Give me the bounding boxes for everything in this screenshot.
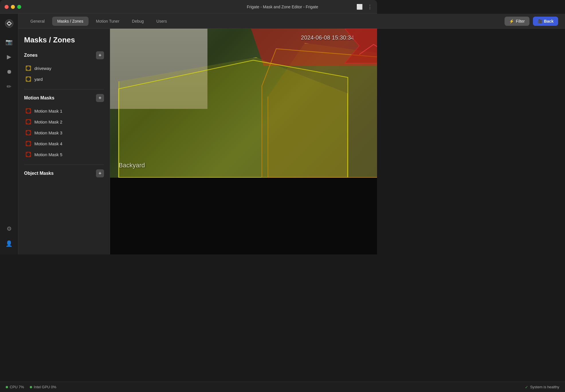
tab-general[interactable]: General	[25, 17, 50, 26]
app-logo	[4, 18, 14, 29]
add-object-mask-button[interactable]: +	[96, 169, 104, 177]
zone-driveway-label: driveway	[34, 66, 51, 71]
divider-2	[24, 164, 104, 165]
zones-section-title: Zones	[24, 53, 38, 58]
motion-mask-item-5[interactable]: Motion Mask 5	[24, 149, 104, 160]
motion-mask-item-2[interactable]: Motion Mask 2	[24, 116, 104, 127]
traffic-lights	[5, 5, 21, 9]
divider-1	[24, 89, 104, 89]
object-masks-section-header: Object Masks +	[24, 169, 104, 177]
svg-point-25	[30, 134, 30, 135]
settings-icon: ⚙	[7, 225, 12, 232]
svg-point-15	[30, 112, 30, 113]
motion-mask-icon-3	[25, 130, 32, 136]
svg-point-0	[5, 19, 13, 28]
user-icon: 👤	[5, 240, 13, 247]
svg-point-34	[27, 156, 28, 156]
zone-item-driveway[interactable]: driveway	[24, 63, 104, 74]
camera-icon: 📷	[5, 38, 13, 45]
svg-point-30	[30, 145, 30, 146]
motion-mask-2-label: Motion Mask 2	[34, 119, 62, 124]
motion-mask-item-4[interactable]: Motion Mask 4	[24, 138, 104, 149]
edit-icon: ✏	[7, 83, 11, 90]
maximize-button[interactable]	[17, 5, 21, 9]
svg-point-17	[27, 120, 28, 121]
svg-point-13	[30, 109, 30, 110]
minimize-button[interactable]	[11, 5, 15, 9]
svg-point-8	[30, 77, 30, 78]
motion-mask-4-label: Motion Mask 4	[34, 141, 62, 146]
add-motion-mask-button[interactable]: +	[96, 94, 104, 102]
svg-point-2	[27, 66, 28, 67]
nav-bottom: ⚙ 👤	[3, 222, 15, 250]
video-area: 2024-06-08 15:30:34 Backyard	[110, 29, 377, 254]
motion-mask-icon-4	[25, 140, 32, 147]
svg-point-14	[27, 112, 28, 113]
app-layout: 📷 ▶ ⏺ ✏ ⚙ 👤 Masks / Zones Zones +	[0, 14, 377, 254]
motion-mask-icon-1	[25, 108, 32, 114]
object-masks-section-title: Object Masks	[24, 171, 54, 176]
motion-mask-item-1[interactable]: Motion Mask 1	[24, 105, 104, 116]
tab-masks-zones[interactable]: Masks / Zones	[52, 17, 89, 26]
zones-section-header: Zones +	[24, 51, 104, 59]
zone-icon-driveway	[25, 65, 32, 71]
video-timestamp: 2024-06-08 15:30:34	[301, 34, 354, 41]
svg-point-10	[30, 80, 30, 81]
close-button[interactable]	[5, 5, 9, 9]
svg-point-27	[27, 142, 28, 143]
menu-icon[interactable]: ⋮	[367, 4, 372, 10]
svg-point-5	[30, 69, 30, 70]
svg-point-28	[30, 142, 30, 143]
content-area: Masks / Zones Zones + driveway	[18, 29, 377, 254]
svg-point-32	[27, 153, 28, 154]
svg-point-33	[30, 153, 30, 154]
motion-mask-icon-2	[25, 119, 32, 125]
motion-mask-1-label: Motion Mask 1	[34, 109, 62, 113]
zone-item-yard[interactable]: yard	[24, 74, 104, 85]
record-icon: ⏺	[6, 68, 12, 75]
nav-item-video[interactable]: ▶	[3, 50, 15, 63]
svg-point-3	[30, 66, 30, 67]
svg-point-20	[30, 123, 30, 124]
svg-point-12	[27, 109, 28, 110]
svg-point-19	[27, 123, 28, 124]
titlebar: Frigate - Mask and Zone Editor - Frigate…	[0, 0, 377, 14]
tab-debug[interactable]: Debug	[127, 17, 149, 26]
zone-label: Backyard	[119, 162, 145, 169]
svg-point-29	[27, 145, 28, 146]
nav-item-edit[interactable]: ✏	[3, 80, 15, 93]
tab-users[interactable]: Users	[151, 17, 172, 26]
svg-point-35	[30, 156, 30, 156]
svg-point-22	[27, 131, 28, 132]
masks-panel: Masks / Zones Zones + driveway	[18, 29, 110, 254]
panel-title: Masks / Zones	[24, 36, 104, 44]
svg-point-4	[27, 69, 28, 70]
motion-masks-section-title: Motion Masks	[24, 95, 54, 101]
nav-item-record[interactable]: ⏺	[3, 65, 15, 78]
nav-item-user[interactable]: 👤	[3, 237, 15, 250]
svg-point-18	[30, 120, 30, 121]
nav-sidebar: 📷 ▶ ⏺ ✏ ⚙ 👤	[0, 14, 18, 254]
svg-point-24	[27, 134, 28, 135]
svg-point-23	[30, 131, 30, 132]
nav-item-settings[interactable]: ⚙	[3, 222, 15, 235]
svg-point-7	[27, 77, 28, 78]
motion-mask-icon-5	[25, 151, 32, 158]
svg-point-9	[27, 80, 28, 81]
add-zone-button[interactable]: +	[96, 51, 104, 59]
video-container: 2024-06-08 15:30:34 Backyard	[110, 29, 377, 178]
zone-icon-yard	[25, 76, 32, 82]
window-title: Frigate - Mask and Zone Editor - Frigate	[247, 5, 318, 9]
motion-mask-item-3[interactable]: Motion Mask 3	[24, 127, 104, 138]
tab-motion-tuner[interactable]: Motion Tuner	[91, 17, 125, 26]
cast-icon[interactable]: ⬜	[356, 4, 363, 10]
nav-item-camera[interactable]: 📷	[3, 36, 15, 48]
motion-masks-section-header: Motion Masks +	[24, 94, 104, 102]
titlebar-actions: ⬜ ⋮	[356, 4, 372, 10]
top-navigation: General Masks / Zones Motion Tuner Debug…	[18, 14, 377, 29]
zone-yard-label: yard	[34, 77, 43, 82]
play-icon: ▶	[7, 53, 11, 60]
motion-mask-5-label: Motion Mask 5	[34, 152, 62, 157]
motion-mask-3-label: Motion Mask 3	[34, 130, 62, 135]
